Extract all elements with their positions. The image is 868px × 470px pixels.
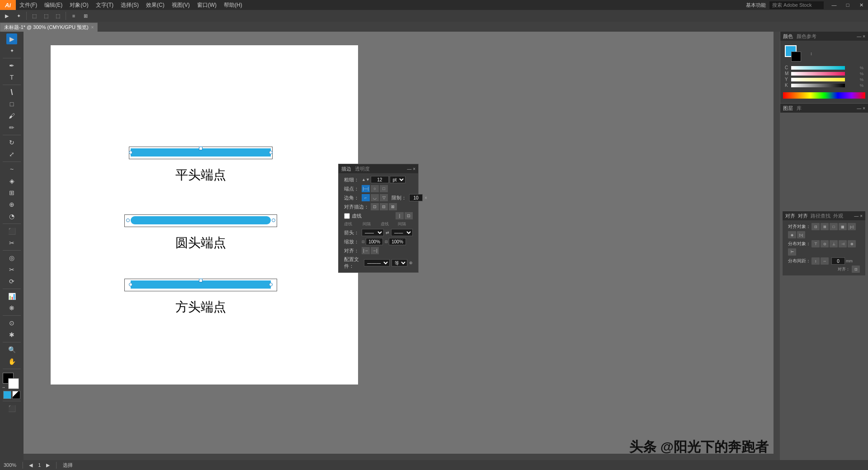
library-tab[interactable]: 库 — [797, 105, 802, 112]
stroke-unit-select[interactable]: pt — [390, 176, 406, 183]
align-icon[interactable]: ≡ — [69, 11, 79, 21]
stroke-width-stepper[interactable]: ▲▼ — [362, 177, 370, 182]
rectangle-tool[interactable]: □ — [6, 99, 17, 109]
profile-icon[interactable]: ⊕ — [409, 261, 413, 265]
spacing-input[interactable] — [831, 257, 845, 265]
transparency-tab[interactable]: 透明度 — [355, 166, 370, 172]
menu-text[interactable]: 文字(T) — [92, 0, 117, 10]
menu-view[interactable]: 视图(V) — [168, 0, 193, 10]
vertical-scrollbar[interactable] — [774, 32, 780, 460]
swap-arrows-icon[interactable]: ⇄ — [386, 230, 389, 235]
pencil-tool[interactable]: ✏ — [6, 122, 17, 133]
anchor-2-left[interactable] — [126, 218, 130, 222]
swap-colors-icon[interactable]: ↔ — [2, 385, 5, 389]
stroke-panel-minimize[interactable]: — — [407, 166, 411, 171]
m-slider[interactable] — [791, 72, 845, 76]
slice-tool[interactable]: ✂ — [6, 237, 17, 248]
artboard-nav-prev[interactable]: ◀ — [29, 462, 33, 468]
distribute-icon[interactable]: ⊞ — [80, 11, 90, 21]
live-paint-tool[interactable]: ◔ — [6, 211, 17, 222]
stroke-box[interactable] — [8, 378, 19, 389]
line-tool[interactable]: \ — [6, 87, 17, 98]
align-inside-button[interactable]: ⊟ — [380, 203, 388, 210]
none-button[interactable] — [12, 391, 20, 399]
gradient-tool[interactable]: ◈ — [6, 176, 17, 186]
k-slider[interactable] — [791, 84, 845, 87]
stroke-tab[interactable]: 描边 — [341, 166, 351, 172]
dist-v-center[interactable]: ⊙ — [821, 240, 829, 247]
align-to-page[interactable]: ▦ — [839, 223, 847, 230]
anchor-1-right[interactable] — [269, 151, 273, 154]
rotate-tool[interactable]: ↻ — [6, 137, 17, 148]
scale-end-input[interactable] — [389, 238, 406, 245]
square-cap-button[interactable]: □ — [380, 185, 388, 192]
color-fill-button[interactable] — [3, 391, 11, 399]
scissors-tool[interactable]: ✂ — [6, 264, 17, 275]
dist-h-center[interactable]: ⊕ — [848, 240, 856, 247]
artboard-nav-next[interactable]: ▶ — [46, 462, 50, 468]
pen-tool[interactable]: ✒ — [6, 60, 17, 71]
menu-select[interactable]: 选择(S) — [117, 0, 142, 10]
flat-cap-button[interactable]: |—| — [362, 185, 370, 192]
tab-close-button[interactable]: × — [91, 25, 94, 30]
color-selector[interactable]: ↔ — [2, 373, 22, 389]
library-minimize[interactable]: — — [857, 106, 861, 111]
menu-edit[interactable]: 编辑(E) — [41, 0, 66, 10]
zoom-tool[interactable]: 🔍 — [6, 344, 17, 355]
align-to-key[interactable]: ⊞ — [821, 223, 829, 230]
align-panel-minimize[interactable]: — — [854, 214, 859, 218]
anchor-2-right[interactable] — [272, 218, 275, 222]
shape-mode2-icon[interactable]: ⬚ — [41, 11, 51, 21]
measure-tool[interactable]: ✱ — [6, 329, 17, 340]
dist-v-bottom[interactable]: ⊥ — [830, 240, 838, 247]
transform-tab[interactable]: 对齐 — [785, 213, 795, 219]
limit-close-icon[interactable]: × — [425, 195, 427, 200]
color-panel-minimize[interactable]: — — [857, 34, 861, 39]
type-tool[interactable]: T — [6, 72, 17, 83]
scale-start-input[interactable] — [366, 238, 383, 245]
close-button[interactable]: ✕ — [854, 0, 868, 10]
dist-spacing-v[interactable]: ↕ — [811, 257, 820, 265]
dist-spacing-h[interactable]: ↔ — [821, 257, 829, 265]
miter-join-button[interactable]: ⌐ — [362, 194, 370, 201]
menu-effect[interactable]: 效果(C) — [142, 0, 168, 10]
menu-help[interactable]: 帮助(H) — [220, 0, 246, 10]
align-outside-button[interactable]: ⊠ — [389, 203, 397, 210]
align-center-button[interactable]: ⊡ — [371, 203, 379, 210]
align-panel-close[interactable]: × — [860, 214, 863, 218]
shape-mode-icon[interactable]: ⬚ — [29, 11, 39, 21]
paintbrush-tool[interactable]: 🖌 — [6, 110, 17, 121]
layers-tab[interactable]: 图层 — [783, 105, 793, 112]
warp-tool[interactable]: ~ — [6, 164, 17, 175]
maximize-button[interactable]: □ — [841, 0, 854, 10]
dist-h-right[interactable]: ⊢ — [788, 248, 796, 256]
eraser-tool[interactable]: ◎ — [6, 252, 17, 263]
direct-select-icon[interactable]: ✦ — [14, 11, 24, 21]
anchor-3-left[interactable] — [129, 283, 132, 286]
hand-tool[interactable]: ✋ — [6, 356, 17, 367]
dashed-checkbox[interactable] — [344, 213, 350, 219]
align-tab-2[interactable]: 对齐 — [798, 213, 808, 219]
shape-builder-tool[interactable]: ⊕ — [6, 199, 17, 210]
align-arrow-2[interactable]: →| — [371, 247, 379, 254]
round-join-button[interactable]: ◡ — [371, 194, 379, 201]
dashed-align-1[interactable]: | — [396, 212, 404, 219]
dashed-align-2[interactable]: ⊡ — [405, 212, 413, 219]
direct-selection-tool[interactable]: ✦ — [6, 45, 17, 56]
stroke-width-input[interactable] — [371, 176, 389, 183]
menu-window[interactable]: 窗口(W) — [193, 0, 220, 10]
align-h-center[interactable]: ◈ — [788, 231, 796, 238]
minimize-button[interactable]: — — [827, 0, 841, 10]
align-right-button[interactable]: ⊡ — [852, 266, 860, 273]
dist-v-top[interactable]: ⊤ — [811, 240, 820, 247]
scale-tool[interactable]: ⤢ — [6, 149, 17, 160]
symbol-sprayer-tool[interactable]: ❋ — [6, 303, 17, 313]
menu-object[interactable]: 对象(O) — [66, 0, 92, 10]
document-tab[interactable]: 未标题-1* @ 300% (CMYK/GPU 预览) × — [0, 23, 98, 32]
shape-mode3-icon[interactable]: ⬚ — [53, 11, 63, 21]
artboard-tool[interactable]: ⬛ — [6, 226, 17, 237]
arrowhead-end-select[interactable]: —— — [391, 229, 413, 236]
align-arrow-1[interactable]: |→ — [362, 247, 370, 254]
anchor-1-left[interactable] — [129, 151, 132, 154]
align-h-right[interactable]: ▷| — [797, 231, 805, 238]
